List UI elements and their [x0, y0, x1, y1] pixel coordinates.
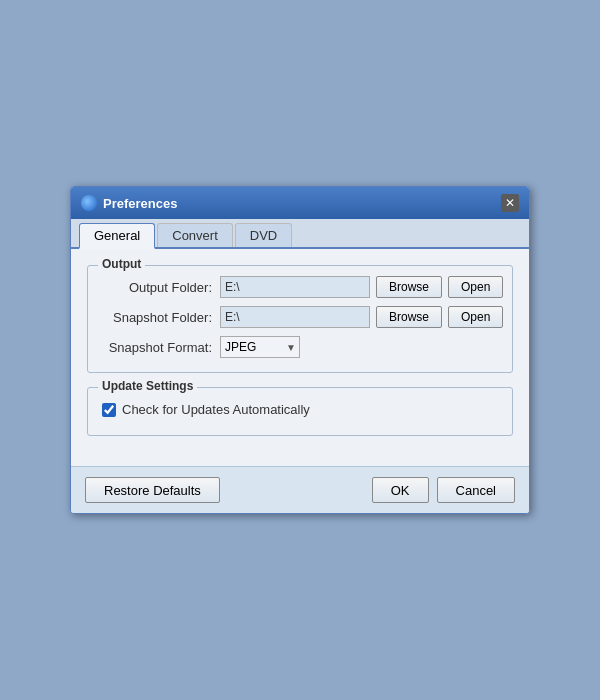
footer: Restore Defaults OK Cancel — [71, 466, 529, 513]
snapshot-browse-button[interactable]: Browse — [376, 306, 442, 328]
app-icon — [81, 195, 97, 211]
output-folder-label: Output Folder: — [102, 280, 212, 295]
output-group-label: Output — [98, 257, 145, 271]
title-bar: Preferences ✕ — [71, 187, 529, 219]
update-settings-group: Update Settings Check for Updates Automa… — [87, 387, 513, 436]
tab-dvd[interactable]: DVD — [235, 223, 292, 247]
tab-content: Output Output Folder: Browse Open Snapsh… — [71, 249, 529, 466]
snapshot-folder-input[interactable] — [220, 306, 370, 328]
ok-button[interactable]: OK — [372, 477, 429, 503]
snapshot-open-button[interactable]: Open — [448, 306, 503, 328]
snapshot-format-select[interactable]: JPEG PNG BMP — [220, 336, 300, 358]
snapshot-format-label: Snapshot Format: — [102, 340, 212, 355]
preferences-dialog: Preferences ✕ General Convert DVD Output… — [70, 186, 530, 514]
check-updates-label: Check for Updates Automatically — [122, 402, 310, 417]
dialog-title: Preferences — [103, 196, 177, 211]
snapshot-format-wrap: JPEG PNG BMP ▼ — [220, 336, 300, 358]
output-open-button[interactable]: Open — [448, 276, 503, 298]
close-button[interactable]: ✕ — [501, 194, 519, 212]
tab-convert[interactable]: Convert — [157, 223, 233, 247]
restore-defaults-button[interactable]: Restore Defaults — [85, 477, 220, 503]
snapshot-folder-label: Snapshot Folder: — [102, 310, 212, 325]
snapshot-folder-row: Snapshot Folder: Browse Open — [102, 306, 498, 328]
tab-bar: General Convert DVD — [71, 219, 529, 249]
footer-right-buttons: OK Cancel — [372, 477, 515, 503]
cancel-button[interactable]: Cancel — [437, 477, 515, 503]
output-folder-row: Output Folder: Browse Open — [102, 276, 498, 298]
output-group: Output Output Folder: Browse Open Snapsh… — [87, 265, 513, 373]
output-browse-button[interactable]: Browse — [376, 276, 442, 298]
snapshot-format-row: Snapshot Format: JPEG PNG BMP ▼ — [102, 336, 498, 358]
update-group-label: Update Settings — [98, 379, 197, 393]
check-updates-checkbox[interactable] — [102, 403, 116, 417]
tab-general[interactable]: General — [79, 223, 155, 249]
output-folder-input[interactable] — [220, 276, 370, 298]
check-updates-row: Check for Updates Automatically — [102, 398, 498, 421]
